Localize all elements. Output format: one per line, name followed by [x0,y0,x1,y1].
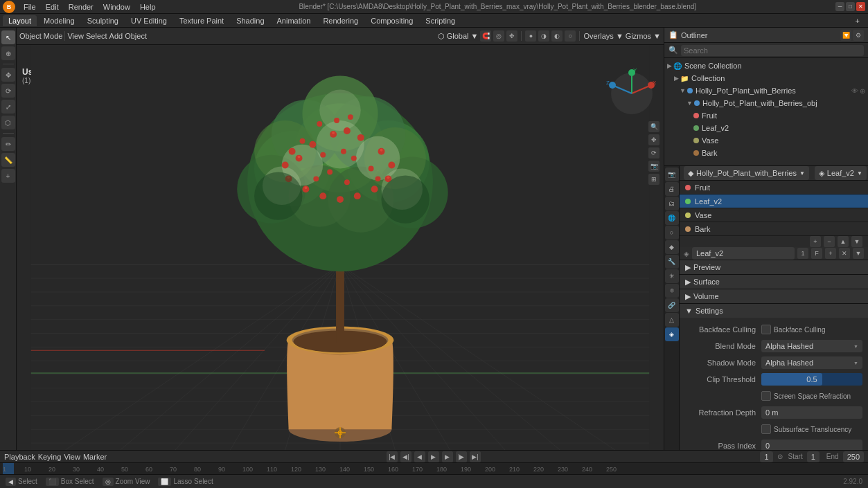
object-selector-dropdown[interactable]: ◆ Holly_Pot_Plant_with_Berries ▼ [684,166,809,180]
tool-scale[interactable]: ⤢ [1,100,15,114]
tab-modeling[interactable]: Modeling [38,15,80,26]
prop-tab-material[interactable]: ◈ [665,327,679,341]
prop-tab-particles[interactable]: ✳ [665,269,679,283]
input-clip-threshold[interactable]: 0.5 [761,373,862,386]
menu-render[interactable]: Render [64,1,98,12]
outliner-filter-btn[interactable]: 🔽 [840,30,851,41]
section-volume-header[interactable]: ▶ Volume [680,289,868,303]
prop-tab-render[interactable]: 📷 [665,168,679,181]
section-surface-header[interactable]: ▶ Surface [680,275,868,289]
material-user-count-btn[interactable]: 1 [797,248,808,259]
dropdown-shadow-mode[interactable]: Alpha Hashed [761,356,862,369]
outliner-item-fruit[interactable]: Fruit [664,109,868,122]
tab-animation[interactable]: Animation [272,15,317,26]
timeline-end-frame[interactable]: 250 [843,451,864,462]
tab-uv-editing[interactable]: UV Editing [125,15,172,26]
nav-camera-button[interactable]: 📷 [648,161,659,172]
outliner-item-bark[interactable]: Bark [664,147,868,159]
material-selector-dropdown[interactable]: ◈ Leaf_v2 ▼ [815,166,867,180]
tool-rotate[interactable]: ⟳ [1,84,15,98]
prop-tab-data[interactable]: △ [665,313,679,327]
viewport-select-menu[interactable]: Select [86,32,107,40]
material-name-input[interactable]: Leaf_v2 [692,247,795,260]
viewport-add-menu[interactable]: Add [109,32,123,40]
add-tab-button[interactable]: + [850,15,865,26]
viewport-shading-rendered[interactable]: ◐ [551,30,563,42]
timeline-current-frame[interactable]: 1 [760,451,772,462]
tl-prev-keyframe-btn[interactable]: ◀| [400,451,411,462]
tool-add[interactable]: + [1,169,15,183]
viewport-global-btn[interactable]: ⬡ Global ▼ [438,32,479,41]
prop-tab-constraints[interactable]: 🔗 [665,298,679,312]
mat-slot-leaf[interactable]: Leaf_v2 [680,195,868,208]
menu-edit[interactable]: Edit [42,1,63,12]
prop-tab-modifiers[interactable]: 🔧 [665,255,679,269]
tool-cursor[interactable]: ⊕ [1,46,15,60]
viewport-shading-solid[interactable]: ● [525,30,536,42]
timeline-keying-menu[interactable]: Keying [38,453,62,461]
viewport-shading-material[interactable]: ◑ [538,30,549,42]
material-filter-btn[interactable]: ▼ [853,248,864,259]
mat-add-slot-btn[interactable]: + [810,236,821,247]
maximize-button[interactable]: □ [846,2,855,11]
transform-gizmo-icon[interactable]: ✥ [506,30,517,42]
outliner-item-leaf[interactable]: Leaf_v2 [664,122,868,134]
prop-tab-physics[interactable]: ⚛ [665,284,679,298]
status-box-select[interactable]: ⬛ Box Select [46,478,94,486]
tool-annotate[interactable]: ✏ [1,137,15,151]
prop-tab-world[interactable]: ○ [665,226,679,240]
prop-tab-output[interactable]: 🖨 [665,182,679,196]
viewport-shading-eevee[interactable]: ○ [565,30,576,42]
tab-sculpting[interactable]: Sculpting [82,15,124,26]
tab-texture-paint[interactable]: Texture Paint [174,15,229,26]
tl-next-keyframe-btn[interactable]: |▶ [456,451,467,462]
nav-orbit-button[interactable]: ⟳ [648,147,659,159]
mat-slot-fruit[interactable]: Fruit [680,181,868,195]
scene-3d-canvas[interactable]: User Perspective (1) Collection | Holly_… [17,45,664,450]
tl-next-frame-btn[interactable]: ▶ [442,451,453,462]
mat-slot-vase[interactable]: Vase [680,208,868,222]
timeline-playback-menu[interactable]: Playback [4,453,35,461]
timeline-marker-menu[interactable]: Marker [83,453,107,461]
mat-move-down-btn[interactable]: ▼ [851,236,862,247]
prop-tab-object[interactable]: ◆ [665,240,679,254]
menu-file[interactable]: File [19,1,40,12]
section-settings-header[interactable]: ▼ Settings [680,304,868,318]
nav-pan-button[interactable]: ✥ [648,134,659,145]
tool-move[interactable]: ✥ [1,68,15,82]
nav-grid-button[interactable]: ⊞ [648,174,659,185]
proportional-edit-icon[interactable]: ◎ [493,30,504,42]
checkbox-subsurface-translucency[interactable] [761,424,771,434]
outliner-item-vase[interactable]: Vase [664,134,868,147]
material-fake-user-btn[interactable]: F [811,248,822,259]
mat-move-up-btn[interactable]: ▲ [838,236,849,247]
section-preview-header[interactable]: ▶ Preview [680,260,868,274]
tool-select[interactable]: ↖ [1,30,15,44]
viewport-object-mode[interactable]: Object Mode [19,32,62,40]
prop-tab-view-layer[interactable]: 🗂 [665,197,679,210]
cursor-icon-holly[interactable]: ⊕ [860,87,865,95]
outliner-item-holly-obj[interactable]: ▼ Holly_Pot_Plant_with_Berries_obj [664,97,868,109]
viewport-3d[interactable]: Object Mode View Select Add Object ⬡ Glo… [17,28,664,450]
tl-prev-frame-btn[interactable]: ◀ [414,451,425,462]
material-new-btn[interactable]: + [825,248,836,259]
status-zoom-view[interactable]: ◎ Zoom View [103,478,150,486]
nav-zoom-button[interactable]: 🔍 [648,121,659,132]
outliner-search-input[interactable] [681,45,864,56]
tool-transform[interactable]: ⬡ [1,116,15,129]
viewport-view-menu[interactable]: View [67,32,84,40]
outliner-item-holly[interactable]: ▼ Holly_Pot_Plant_with_Berries 👁 ⊕ [664,84,868,97]
viewport-gizmos-btn[interactable]: Gizmos ▼ [626,32,661,40]
outliner-item-collection[interactable]: ▶ 📁 Collection [664,72,868,84]
tab-compositing[interactable]: Compositing [365,15,418,26]
menu-help[interactable]: Help [136,1,160,12]
dropdown-blend-mode[interactable]: Alpha Hashed [761,340,862,352]
eye-icon-holly[interactable]: 👁 [851,87,858,95]
tl-jump-start-btn[interactable]: |◀ [387,451,398,462]
status-lasso-select[interactable]: ⬜ Lasso Select [158,478,213,486]
snap-magnet-icon[interactable]: 🧲 [480,30,491,42]
tl-play-btn[interactable]: ▶ [428,451,439,462]
timeline-start-frame[interactable]: 1 [807,451,820,462]
tool-measure[interactable]: 📏 [1,153,15,167]
mat-slot-bark[interactable]: Bark [680,222,868,236]
